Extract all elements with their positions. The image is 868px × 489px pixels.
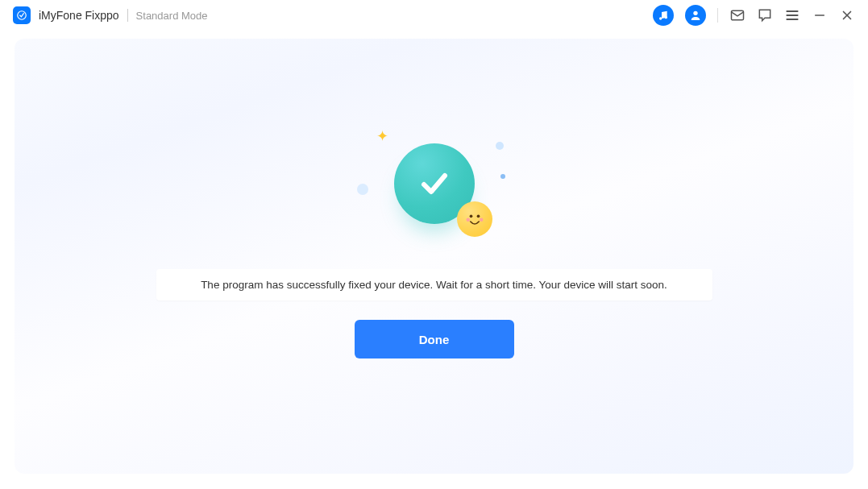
- success-message-text: The program has successfully fixed your …: [201, 279, 667, 291]
- success-graphic: ✦: [362, 127, 507, 240]
- svg-point-12: [476, 214, 480, 218]
- close-icon[interactable]: [839, 7, 855, 23]
- svg-point-2: [665, 16, 667, 19]
- minimize-icon[interactable]: [812, 7, 828, 23]
- app-name: iMyFone Fixppo: [39, 9, 119, 22]
- checkmark-icon: [414, 164, 455, 204]
- svg-point-13: [466, 218, 470, 222]
- mode-label: Standard Mode: [136, 10, 208, 22]
- decorative-dot: [357, 184, 368, 195]
- done-button[interactable]: Done: [355, 320, 514, 358]
- svg-point-3: [693, 11, 697, 15]
- decorative-dot: [500, 174, 505, 179]
- mail-icon[interactable]: [729, 7, 745, 23]
- main-panel: ✦ The program has successfully fixed you…: [15, 39, 853, 474]
- header-divider-right: [717, 8, 718, 23]
- smiley-icon: [457, 201, 492, 237]
- user-icon[interactable]: [685, 5, 706, 26]
- header-right: [653, 5, 855, 26]
- success-message: The program has successfully fixed your …: [156, 269, 712, 300]
- svg-point-11: [469, 214, 472, 218]
- feedback-icon[interactable]: [757, 7, 773, 23]
- app-logo-icon: [13, 6, 31, 24]
- decorative-dot: [496, 142, 504, 150]
- music-icon[interactable]: [653, 5, 674, 26]
- sparkle-icon: ✦: [376, 127, 388, 145]
- header-left: iMyFone Fixppo Standard Mode: [13, 6, 208, 24]
- header-divider: [127, 9, 128, 22]
- title-bar: iMyFone Fixppo Standard Mode: [0, 0, 868, 31]
- svg-point-14: [480, 218, 484, 222]
- svg-point-1: [659, 17, 662, 19]
- menu-icon[interactable]: [784, 7, 800, 23]
